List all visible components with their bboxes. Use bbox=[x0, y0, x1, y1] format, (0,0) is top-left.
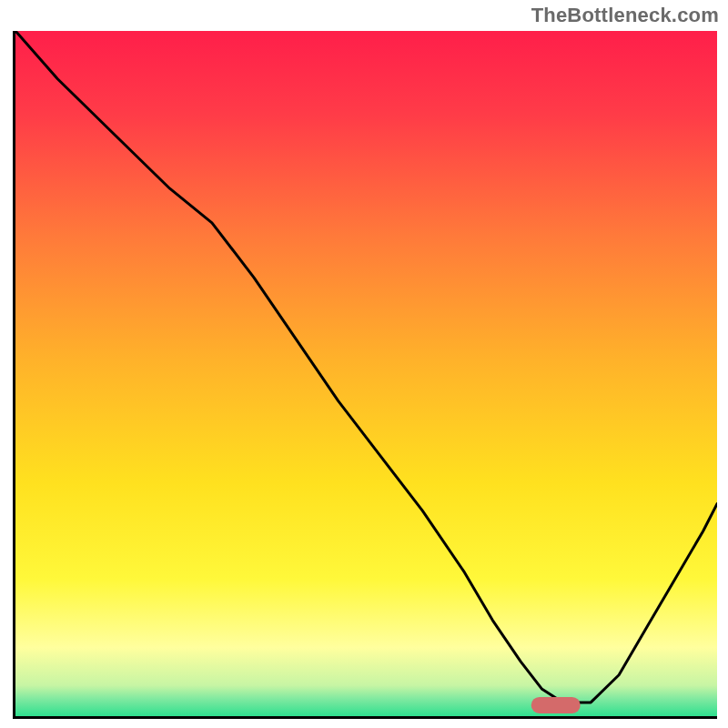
plot-area bbox=[13, 31, 717, 719]
watermark-label: TheBottleneck.com bbox=[531, 4, 719, 27]
optimal-range-marker bbox=[531, 697, 581, 713]
chart-frame: TheBottleneck.com bbox=[0, 0, 728, 728]
chart-svg bbox=[15, 31, 717, 716]
background-rect bbox=[15, 31, 717, 716]
